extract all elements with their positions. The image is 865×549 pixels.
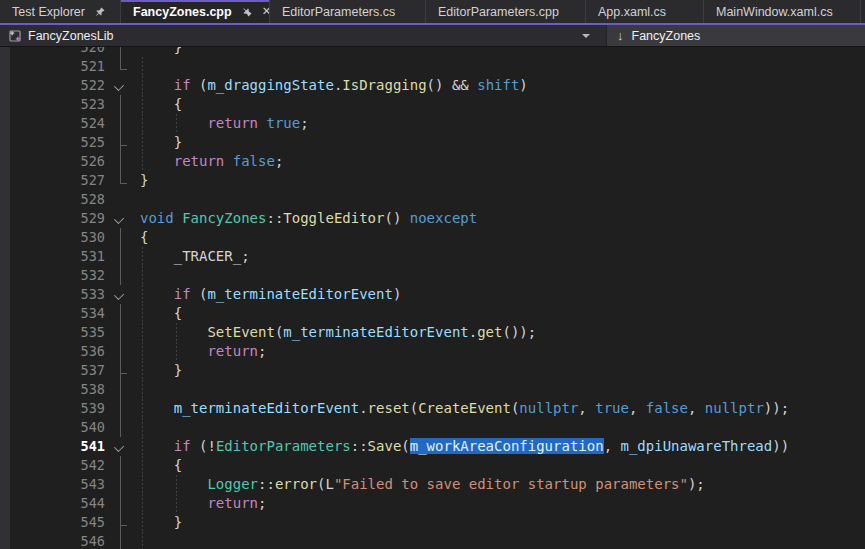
fold-collapse-icon[interactable] <box>105 76 136 95</box>
scope-dropdown[interactable]: ↓ FancyZones <box>606 25 865 46</box>
code-line-534[interactable]: 534 { <box>0 304 865 323</box>
line-number[interactable]: 534 <box>10 304 105 323</box>
line-number[interactable]: 527 <box>10 171 105 190</box>
fold-margin <box>105 361 136 380</box>
tab-app-xaml-cs[interactable]: App.xaml.cs <box>586 0 704 23</box>
code-line-537[interactable]: 537 } <box>0 361 865 380</box>
code-line-535[interactable]: 535 SetEvent(m_terminateEditorEvent.get(… <box>0 323 865 342</box>
breakpoint-margin[interactable] <box>0 47 10 549</box>
tab-test-explorer[interactable]: Test Explorer <box>0 0 121 23</box>
code-text[interactable]: if (!EditorParameters::Save(m_workAreaCo… <box>136 437 865 456</box>
line-number[interactable]: 529 <box>10 209 105 228</box>
code-line-544[interactable]: 544 return; <box>0 494 865 513</box>
line-number[interactable]: 520 <box>10 47 105 57</box>
code-text[interactable]: { <box>136 95 865 114</box>
code-text[interactable]: { <box>136 456 865 475</box>
code-line-526[interactable]: 526 return false; <box>0 152 865 171</box>
code-text[interactable] <box>136 57 865 76</box>
code-text[interactable] <box>136 266 865 285</box>
fold-collapse-icon[interactable] <box>105 285 136 304</box>
tab-editorparameters-cs[interactable]: EditorParameters.cs <box>270 0 426 23</box>
line-number[interactable]: 524 <box>10 114 105 133</box>
project-dropdown[interactable]: FancyZonesLib <box>0 25 606 46</box>
close-icon[interactable]: ✕ <box>262 6 270 18</box>
code-text[interactable]: if (m_draggingState.IsDragging() && shif… <box>136 76 865 95</box>
code-line-520[interactable]: 520 } <box>0 47 865 57</box>
code-editor[interactable]: 520 }521522 if (m_draggingState.IsDraggi… <box>0 47 865 549</box>
code-line-542[interactable]: 542 { <box>0 456 865 475</box>
code-line-545[interactable]: 545 } <box>0 513 865 532</box>
line-number[interactable]: 523 <box>10 95 105 114</box>
code-text[interactable] <box>136 418 865 437</box>
line-number[interactable]: 541 <box>10 437 105 456</box>
line-number[interactable]: 542 <box>10 456 105 475</box>
line-number[interactable]: 530 <box>10 228 105 247</box>
code-text[interactable]: SetEvent(m_terminateEditorEvent.get()); <box>136 323 865 342</box>
code-text[interactable]: return true; <box>136 114 865 133</box>
code-text[interactable]: Logger::error(L"Failed to save editor st… <box>136 475 865 494</box>
line-number[interactable]: 543 <box>10 475 105 494</box>
tab-fancyzones-cpp[interactable]: FancyZones.cpp ✕ <box>121 0 270 23</box>
pin-icon[interactable] <box>241 6 253 18</box>
line-number[interactable]: 545 <box>10 513 105 532</box>
code-text[interactable]: } <box>136 47 865 57</box>
tab-editorparameters-cpp[interactable]: EditorParameters.cpp <box>426 0 586 23</box>
code-line-538[interactable]: 538 <box>0 380 865 399</box>
line-number[interactable]: 521 <box>10 57 105 76</box>
code-line-528[interactable]: 528 <box>0 190 865 209</box>
code-text[interactable]: return false; <box>136 152 865 171</box>
code-text[interactable]: } <box>136 361 865 380</box>
code-line-523[interactable]: 523 { <box>0 95 865 114</box>
chevron-down-icon[interactable] <box>582 34 590 38</box>
code-text[interactable] <box>136 532 865 549</box>
code-text[interactable]: return; <box>136 494 865 513</box>
fold-collapse-icon[interactable] <box>105 437 136 456</box>
code-text[interactable]: void FancyZones::ToggleEditor() noexcept <box>136 209 865 228</box>
line-number[interactable]: 526 <box>10 152 105 171</box>
line-number[interactable]: 540 <box>10 418 105 437</box>
code-text[interactable]: { <box>136 304 865 323</box>
code-text[interactable]: m_terminateEditorEvent.reset(CreateEvent… <box>136 399 865 418</box>
code-line-524[interactable]: 524 return true; <box>0 114 865 133</box>
code-line-530[interactable]: 530{ <box>0 228 865 247</box>
line-number[interactable]: 544 <box>10 494 105 513</box>
code-text[interactable]: return; <box>136 342 865 361</box>
code-line-543[interactable]: 543 Logger::error(L"Failed to save edito… <box>0 475 865 494</box>
line-number[interactable]: 536 <box>10 342 105 361</box>
code-line-525[interactable]: 525 } <box>0 133 865 152</box>
code-line-527[interactable]: 527} <box>0 171 865 190</box>
fold-collapse-icon[interactable] <box>105 209 136 228</box>
code-line-529[interactable]: 529void FancyZones::ToggleEditor() noexc… <box>0 209 865 228</box>
line-number[interactable]: 525 <box>10 133 105 152</box>
code-line-522[interactable]: 522 if (m_draggingState.IsDragging() && … <box>0 76 865 95</box>
line-number[interactable]: 538 <box>10 380 105 399</box>
line-number[interactable]: 539 <box>10 399 105 418</box>
line-number[interactable]: 533 <box>10 285 105 304</box>
code-line-521[interactable]: 521 <box>0 57 865 76</box>
line-number[interactable]: 528 <box>10 190 105 209</box>
line-number[interactable]: 522 <box>10 76 105 95</box>
line-number[interactable]: 535 <box>10 323 105 342</box>
code-text[interactable]: { <box>136 228 865 247</box>
code-text[interactable]: if (m_terminateEditorEvent) <box>136 285 865 304</box>
code-line-536[interactable]: 536 return; <box>0 342 865 361</box>
code-line-540[interactable]: 540 <box>0 418 865 437</box>
code-text[interactable]: } <box>136 171 865 190</box>
code-line-531[interactable]: 531 _TRACER_; <box>0 247 865 266</box>
line-number[interactable]: 537 <box>10 361 105 380</box>
code-text[interactable]: _TRACER_; <box>136 247 865 266</box>
code-line-532[interactable]: 532 <box>0 266 865 285</box>
code-text[interactable]: } <box>136 133 865 152</box>
code-text[interactable] <box>136 190 865 209</box>
line-number[interactable]: 546 <box>10 532 105 549</box>
code-line-546[interactable]: 546 <box>0 532 865 549</box>
code-line-539[interactable]: 539 m_terminateEditorEvent.reset(CreateE… <box>0 399 865 418</box>
line-number[interactable]: 531 <box>10 247 105 266</box>
line-number[interactable]: 532 <box>10 266 105 285</box>
code-line-533[interactable]: 533 if (m_terminateEditorEvent) <box>0 285 865 304</box>
code-text[interactable] <box>136 380 865 399</box>
pin-icon[interactable] <box>94 6 106 18</box>
code-line-541[interactable]: 541 if (!EditorParameters::Save(m_workAr… <box>0 437 865 456</box>
tab-mainwindow-xaml-cs[interactable]: MainWindow.xaml.cs <box>704 0 861 23</box>
code-text[interactable]: } <box>136 513 865 532</box>
